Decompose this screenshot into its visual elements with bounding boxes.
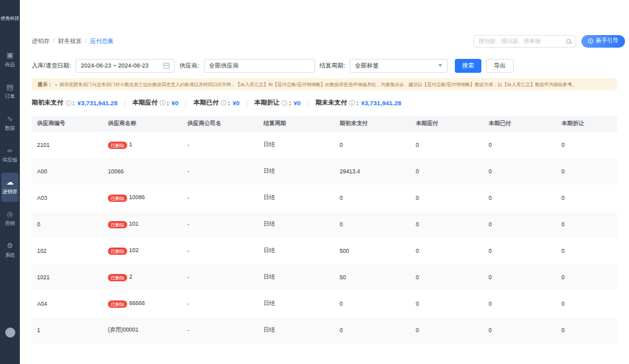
- table-row: 0已删除101-日结0000: [32, 211, 617, 238]
- topbar-right: 新手引导: [473, 35, 625, 48]
- sidebar-item-system[interactable]: ⚙系统: [1, 236, 19, 265]
- cell-supplier-code: A00: [32, 158, 103, 185]
- guide-button[interactable]: 新手引导: [581, 35, 625, 48]
- search-button[interactable]: 搜索: [455, 59, 481, 73]
- column-header: 供应商编号: [32, 116, 103, 132]
- column-header: 本期折让: [556, 116, 617, 132]
- sidebar-item-label: 订单: [5, 93, 15, 100]
- summary-label: 本期已付: [193, 99, 218, 107]
- summary-bar: 期初未支付i:¥3,731,941.28本期应付i:¥0本期已付i:¥0本期折让…: [32, 97, 617, 109]
- guide-button-label: 新手引导: [596, 37, 618, 45]
- supplier-name: 66666: [129, 300, 145, 306]
- notice-bar: 提示： • 因存在财务部门与业务部门对小数点后三位的数据四舍五入的标准以及时间口…: [32, 78, 617, 91]
- link-icon: ∞: [7, 147, 13, 154]
- supplier-name: 1: [129, 141, 132, 148]
- sidebar-item-inventory[interactable]: ☁进销存: [1, 173, 19, 202]
- cell-opening-unpaid: 0: [334, 185, 411, 211]
- deleted-badge: 已删除: [108, 195, 127, 202]
- tag-icon: ◎: [7, 210, 13, 218]
- compass-icon: [588, 38, 593, 44]
- column-header: 本期应付: [411, 116, 483, 132]
- cell-opening-unpaid: 0: [334, 291, 411, 317]
- cell-supplier-code: A03: [32, 185, 103, 211]
- summary-value: ¥3,731,941.28: [77, 99, 118, 107]
- cell-settle-cycle: 日结: [258, 132, 334, 158]
- deleted-badge: 已删除: [108, 142, 127, 149]
- support-icon[interactable]: [0, 328, 20, 338]
- cell-company-name: -: [182, 264, 258, 291]
- cell-period-paid: 0: [483, 238, 556, 264]
- sidebar-item-label: 系统: [5, 252, 15, 259]
- summary-label: 期初未支付: [32, 99, 64, 107]
- table-body: 2101已删除1-日结0000A0010066-日结29413.4000A03已…: [32, 132, 617, 343]
- info-icon[interactable]: i: [281, 100, 287, 106]
- supplier-name: 2: [129, 273, 132, 280]
- sidebar-nav: ▣商品▤订单∿数据∞供应链☁进销存◎营销⚙系统: [0, 44, 20, 267]
- table-header-row: 供应商编号供应商名称供应商公司名结算周期期初未支付本期应付本期已付本期折让: [32, 116, 617, 132]
- sidebar: 煜奥科技 ▣商品▤订单∿数据∞供应链☁进销存◎营销⚙系统: [0, 0, 20, 364]
- column-header: 供应商名称: [103, 116, 182, 132]
- sidebar-item-supply-chain[interactable]: ∞供应链: [1, 141, 19, 170]
- cell-period-discount: 0: [556, 291, 617, 317]
- cell-company-name: -: [182, 291, 258, 317]
- cell-supplier-name: 已删除101: [103, 211, 182, 238]
- column-header: 结算周期: [258, 116, 334, 132]
- payables-table: 供应商编号供应商名称供应商公司名结算周期期初未支付本期应付本期已付本期折让 21…: [32, 116, 617, 343]
- sidebar-item-orders[interactable]: ▤订单: [1, 77, 19, 107]
- summary-item: 本期折让i:¥0: [240, 99, 301, 107]
- info-icon[interactable]: i: [220, 100, 226, 106]
- app-root: 煜奥科技 ▣商品▤订单∿数据∞供应链☁进销存◎营销⚙系统 进销存 / 财务核算 …: [0, 0, 629, 364]
- app-logo: 煜奥科技: [0, 0, 20, 22]
- info-icon[interactable]: i: [160, 100, 166, 106]
- global-search-input[interactable]: [479, 38, 566, 44]
- cell-supplier-name: 已删除10086: [103, 185, 182, 211]
- cell-supplier-code: 2101: [32, 132, 103, 158]
- cell-period-paid: 0: [483, 158, 556, 185]
- gear-icon: ⚙: [7, 242, 13, 250]
- breadcrumb-item-inventory[interactable]: 进销存: [32, 37, 50, 46]
- cell-opening-unpaid: 0: [334, 211, 411, 238]
- sidebar-item-goods[interactable]: ▣商品: [1, 46, 19, 75]
- cell-period-payable: 0: [411, 185, 483, 211]
- sidebar-item-data[interactable]: ∿数据: [1, 109, 19, 138]
- export-button[interactable]: 导出: [486, 59, 514, 73]
- global-search[interactable]: [473, 35, 576, 48]
- column-header: 本期已付: [483, 116, 556, 132]
- summary-colon: :: [167, 99, 169, 107]
- column-header: 期初未支付: [334, 116, 411, 132]
- cube-icon: ▣: [7, 52, 13, 59]
- summary-value: ¥0: [171, 99, 179, 107]
- cell-supplier-code: 0: [32, 211, 103, 238]
- cell-company-name: -: [182, 158, 258, 185]
- info-icon[interactable]: i: [66, 100, 72, 106]
- date-range-input[interactable]: 2024-08-23 ~ 2024-08-23: [75, 59, 175, 73]
- breadcrumb-separator: /: [85, 38, 87, 44]
- inventory-icon: ☁: [7, 179, 14, 186]
- filter-bar: 入库/退货日期: 2024-08-23 ~ 2024-08-23 供应商: 全部…: [20, 58, 629, 73]
- cell-opening-unpaid: 29413.4: [334, 158, 411, 185]
- cell-period-paid: 0: [483, 264, 556, 291]
- supplier-input[interactable]: 全部供应商: [204, 59, 315, 73]
- cell-settle-cycle: 日结: [258, 185, 334, 211]
- cell-opening-unpaid: 500: [334, 238, 411, 264]
- summary-label: 本期应付: [132, 99, 158, 107]
- info-icon[interactable]: i: [349, 100, 355, 106]
- cell-period-discount: 0: [556, 264, 617, 291]
- search-icon[interactable]: [566, 39, 571, 44]
- sidebar-item-marketing[interactable]: ◎营销: [1, 205, 19, 234]
- cell-supplier-code: 1021: [32, 264, 103, 291]
- cell-company-name: -: [182, 238, 258, 264]
- support-circle: [5, 328, 15, 338]
- breadcrumb-item-finance[interactable]: 财务核算: [58, 37, 82, 46]
- cell-period-discount: 0: [556, 132, 617, 158]
- cell-opening-unpaid: 0: [334, 132, 411, 158]
- summary-item: 本期已付i:¥0: [179, 99, 240, 107]
- table-row: 102已删除102-日结500000: [32, 238, 617, 264]
- cell-company-name: -: [182, 317, 258, 343]
- cell-company-name: -: [182, 211, 258, 238]
- cycle-select[interactable]: 全部标签: [350, 59, 448, 73]
- sidebar-item-label: 商品: [5, 62, 15, 68]
- cell-period-paid: 0: [483, 211, 556, 238]
- supplier-name: 10066: [108, 168, 124, 175]
- table-row: 1(弃用)00001-日结0000: [32, 317, 617, 343]
